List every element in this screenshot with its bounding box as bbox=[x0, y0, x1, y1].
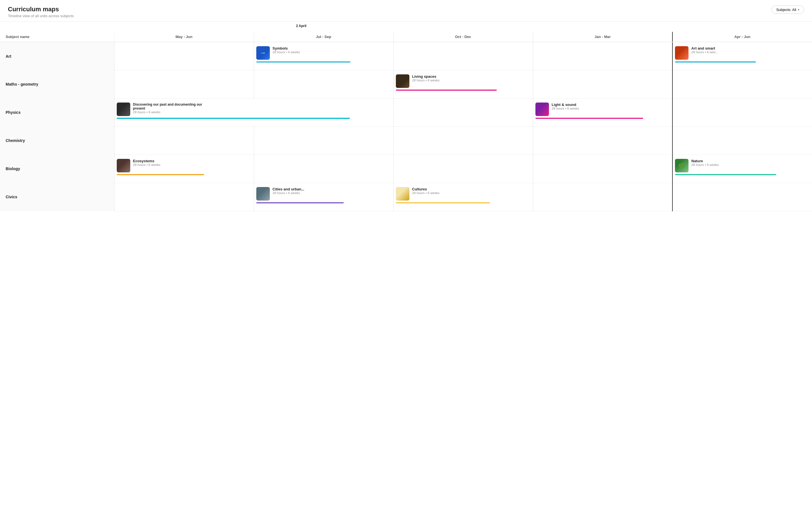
unit-nature-info: Nature 28 hours • 6 weeks bbox=[691, 159, 719, 166]
unit-symbols[interactable]: → Symbols 28 hours • 6 weeks bbox=[254, 42, 393, 60]
column-header-jul-sep: Jul - Sep bbox=[254, 32, 393, 42]
civics-jul-sep-cell[interactable]: Cities and urban... 28 hours • 6 weeks bbox=[254, 183, 393, 211]
art-oct-dec-cell bbox=[393, 42, 533, 70]
subject-name-chemistry: Chemistry bbox=[0, 126, 114, 155]
today-label-row: 2 April bbox=[51, 22, 812, 32]
unit-cities-thumb bbox=[256, 187, 270, 201]
biology-apr-jun-cell[interactable]: 🌿 Nature 28 hours • 6 weeks bbox=[672, 155, 812, 183]
unit-discovering-title: Discovering our past and documenting our… bbox=[133, 103, 212, 110]
unit-symbols-info: Symbols 28 hours • 6 weeks bbox=[273, 46, 300, 54]
maths-jan-mar-cell bbox=[533, 70, 672, 98]
unit-symbols-bar-wrap bbox=[254, 60, 393, 62]
subjects-filter-label: Subjects: All bbox=[776, 8, 796, 12]
unit-artsmart-title: Art and smart bbox=[691, 46, 718, 50]
unit-nature-bar bbox=[675, 174, 776, 175]
unit-cultures-bar-wrap bbox=[394, 201, 533, 203]
art-jul-sep-cell[interactable]: → Symbols 28 hours • 6 weeks bbox=[254, 42, 393, 70]
column-header-apr-jun: Apr - Jun bbox=[672, 32, 812, 42]
unit-discovering-bar bbox=[117, 118, 350, 119]
unit-ecosystems-meta: 28 hours • 6 weeks bbox=[133, 163, 160, 166]
unit-ecosystems-thumb bbox=[117, 159, 130, 172]
table-row-biology: Biology Ecosystems 28 hours • 6 weeks bbox=[0, 155, 812, 183]
unit-cultures-bar bbox=[396, 202, 490, 203]
subject-name-biology: Biology bbox=[0, 155, 114, 183]
chevron-down-icon: ▾ bbox=[798, 8, 799, 11]
unit-lightsound-bar-wrap bbox=[533, 116, 672, 119]
subjects-filter-button[interactable]: Subjects: All ▾ bbox=[771, 6, 804, 14]
subject-name-civics: Civics bbox=[0, 183, 114, 211]
unit-discovering-meta: 28 hours • 6 weeks bbox=[133, 110, 212, 114]
table-row-chemistry: Chemistry bbox=[0, 126, 812, 155]
column-header-subject: Subject name bbox=[0, 32, 114, 42]
unit-cultures[interactable]: Cultures 28 hours • 6 weeks bbox=[394, 183, 533, 201]
civics-apr-jun-cell bbox=[672, 183, 812, 211]
page-header: Curriculum maps Timeline view of all uni… bbox=[0, 0, 812, 22]
unit-lightsound-thumb bbox=[536, 103, 549, 116]
unit-artsmart-meta: 28 hours • 6 wee... bbox=[691, 50, 718, 54]
unit-artsmart[interactable]: Art and smart 28 hours • 6 wee... bbox=[673, 42, 812, 60]
unit-cultures-info: Cultures 28 hours • 6 weeks bbox=[412, 187, 440, 194]
unit-lightsound[interactable]: Light & sound 28 hours • 6 weeks bbox=[533, 99, 672, 116]
curriculum-table: Subject name May - Jun Jul - Sep Oct - D… bbox=[0, 32, 812, 211]
unit-livingspaces-info: Living spaces 28 hours • 6 weeks bbox=[412, 74, 440, 82]
page-wrapper: Curriculum maps Timeline view of all uni… bbox=[0, 0, 812, 211]
art-jan-mar-cell bbox=[533, 42, 672, 70]
civics-may-jun-cell bbox=[114, 183, 254, 211]
unit-symbols-bar bbox=[256, 61, 351, 62]
unit-ecosystems-title: Ecosystems bbox=[133, 159, 160, 163]
chemistry-oct-dec-cell bbox=[393, 126, 533, 155]
unit-artsmart-thumb bbox=[675, 46, 689, 60]
physics-may-jun-cell[interactable]: Discovering our past and documenting our… bbox=[114, 98, 393, 126]
unit-ecosystems-bar bbox=[117, 174, 204, 175]
biology-jul-sep-cell bbox=[254, 155, 393, 183]
civics-jan-mar-cell bbox=[533, 183, 672, 211]
physics-jan-mar-cell[interactable]: Light & sound 28 hours • 6 weeks bbox=[533, 98, 672, 126]
art-may-jun-cell bbox=[114, 42, 254, 70]
column-header-jan-mar: Jan - Mar bbox=[533, 32, 672, 42]
today-date-label: 2 April bbox=[296, 24, 306, 28]
table-body: Art → Symbols 28 hours • 6 weeks bbox=[0, 42, 812, 211]
chemistry-may-jun-cell bbox=[114, 126, 254, 155]
unit-artsmart-bar-wrap bbox=[673, 60, 812, 62]
unit-cultures-thumb bbox=[396, 187, 409, 201]
page-subtitle: Timeline view of all units across subjec… bbox=[8, 14, 74, 18]
unit-artsmart-bar bbox=[675, 61, 756, 62]
biology-oct-dec-cell bbox=[393, 155, 533, 183]
unit-livingspaces-bar-wrap bbox=[394, 88, 533, 91]
unit-cultures-meta: 28 hours • 6 weeks bbox=[412, 191, 440, 194]
unit-cities-title: Cities and urban... bbox=[273, 187, 305, 191]
chemistry-jul-sep-cell bbox=[254, 126, 393, 155]
biology-may-jun-cell[interactable]: Ecosystems 28 hours • 6 weeks bbox=[114, 155, 254, 183]
civics-oct-dec-cell[interactable]: Cultures 28 hours • 6 weeks bbox=[393, 183, 533, 211]
column-header-may-jun: May - Jun bbox=[114, 32, 254, 42]
unit-lightsound-meta: 28 hours • 6 weeks bbox=[552, 107, 579, 110]
unit-symbols-meta: 28 hours • 6 weeks bbox=[273, 50, 300, 54]
maths-oct-dec-cell[interactable]: Living spaces 28 hours • 6 weeks bbox=[393, 70, 533, 98]
column-header-oct-dec: Oct - Dec bbox=[393, 32, 533, 42]
page-title: Curriculum maps bbox=[8, 6, 74, 13]
unit-livingspaces-meta: 28 hours • 6 weeks bbox=[412, 78, 440, 82]
maths-may-jun-cell bbox=[114, 70, 254, 98]
unit-cities[interactable]: Cities and urban... 28 hours • 6 weeks bbox=[254, 183, 393, 201]
unit-livingspaces[interactable]: Living spaces 28 hours • 6 weeks bbox=[394, 70, 533, 88]
subject-name-art: Art bbox=[0, 42, 114, 70]
physics-oct-dec-cell bbox=[393, 98, 533, 126]
unit-nature[interactable]: 🌿 Nature 28 hours • 6 weeks bbox=[673, 155, 812, 172]
unit-lightsound-info: Light & sound 28 hours • 6 weeks bbox=[552, 103, 579, 110]
unit-symbols-thumb: → bbox=[256, 46, 270, 60]
unit-discovering[interactable]: Discovering our past and documenting our… bbox=[114, 99, 393, 116]
art-apr-jun-cell[interactable]: Art and smart 28 hours • 6 wee... bbox=[672, 42, 812, 70]
unit-cities-meta: 28 hours • 6 weeks bbox=[273, 191, 305, 194]
unit-ecosystems[interactable]: Ecosystems 28 hours • 6 weeks bbox=[114, 155, 254, 172]
unit-cities-bar bbox=[256, 202, 344, 203]
unit-livingspaces-title: Living spaces bbox=[412, 74, 440, 78]
unit-livingspaces-thumb bbox=[396, 74, 409, 88]
header-left: Curriculum maps Timeline view of all uni… bbox=[8, 6, 74, 18]
maths-apr-jun-cell bbox=[672, 70, 812, 98]
table-header-row: Subject name May - Jun Jul - Sep Oct - D… bbox=[0, 32, 812, 42]
unit-nature-meta: 28 hours • 6 weeks bbox=[691, 163, 719, 166]
unit-discovering-bar-wrap bbox=[114, 116, 393, 119]
unit-lightsound-bar bbox=[536, 118, 643, 119]
unit-nature-thumb: 🌿 bbox=[675, 159, 689, 172]
unit-cities-info: Cities and urban... 28 hours • 6 weeks bbox=[273, 187, 305, 194]
